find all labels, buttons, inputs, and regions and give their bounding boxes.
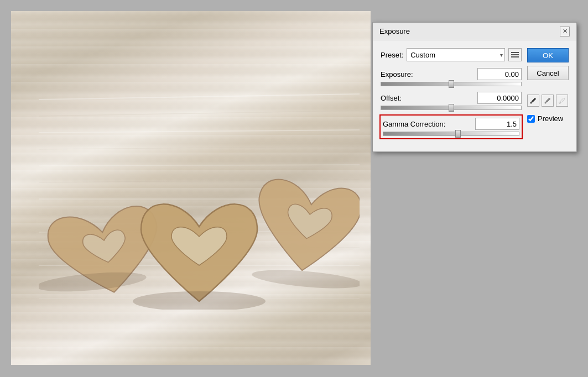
preset-label: Preset: bbox=[381, 51, 403, 59]
gray-eyedropper-icon bbox=[544, 97, 551, 104]
svg-point-21 bbox=[559, 102, 561, 104]
preset-menu-icon bbox=[511, 52, 519, 57]
black-eyedropper-button[interactable] bbox=[527, 95, 539, 107]
preview-checkbox[interactable] bbox=[527, 115, 535, 123]
eyedropper-row bbox=[527, 95, 569, 107]
offset-slider-track[interactable] bbox=[381, 106, 522, 110]
dialog-close-button[interactable]: ✕ bbox=[560, 27, 570, 36]
svg-line-5 bbox=[39, 180, 360, 182]
dialog-titlebar: Exposure ✕ bbox=[373, 23, 576, 40]
offset-input[interactable] bbox=[477, 92, 522, 104]
white-eyedropper-icon bbox=[558, 97, 566, 104]
svg-rect-16 bbox=[511, 52, 519, 53]
svg-rect-18 bbox=[511, 56, 519, 57]
preview-label: Preview bbox=[538, 114, 563, 123]
white-eyedropper-button[interactable] bbox=[556, 95, 568, 107]
exposure-dialog: Exposure ✕ Preset: Custom Default Minus … bbox=[372, 22, 577, 152]
cancel-button[interactable]: Cancel bbox=[527, 66, 569, 80]
gamma-label: Gamma Correction: bbox=[383, 120, 445, 128]
gamma-input[interactable] bbox=[475, 118, 519, 130]
svg-line-4 bbox=[39, 165, 360, 166]
svg-line-2 bbox=[39, 130, 360, 133]
svg-rect-17 bbox=[511, 54, 519, 55]
gamma-field-header: Gamma Correction: bbox=[383, 118, 519, 130]
exposure-label: Exposure: bbox=[381, 70, 413, 78]
ok-button[interactable]: OK bbox=[527, 48, 569, 62]
svg-point-14 bbox=[133, 291, 266, 310]
preset-row: Preset: Custom Default Minus 1.0 Minus 2… bbox=[381, 48, 522, 61]
svg-line-0 bbox=[39, 94, 360, 100]
hearts-svg bbox=[39, 88, 360, 310]
svg-line-3 bbox=[39, 146, 360, 149]
offset-slider-thumb[interactable] bbox=[449, 104, 454, 112]
exposure-input[interactable] bbox=[477, 68, 522, 80]
gamma-slider-track[interactable] bbox=[383, 132, 519, 136]
exposure-slider-track[interactable] bbox=[381, 82, 522, 86]
svg-point-19 bbox=[530, 102, 532, 104]
exposure-field-row: Exposure: bbox=[381, 68, 522, 86]
gray-eyedropper-button[interactable] bbox=[542, 95, 554, 107]
gamma-slider-thumb[interactable] bbox=[455, 130, 461, 138]
preset-select[interactable]: Custom Default Minus 1.0 Minus 2.0 Plus … bbox=[407, 48, 505, 61]
offset-field-header: Offset: bbox=[381, 92, 522, 104]
preset-select-wrapper: Custom Default Minus 1.0 Minus 2.0 Plus … bbox=[407, 48, 505, 61]
offset-field-row: Offset: bbox=[381, 92, 522, 110]
exposure-field-header: Exposure: bbox=[381, 68, 522, 80]
exposure-slider-thumb[interactable] bbox=[449, 80, 454, 88]
offset-label: Offset: bbox=[381, 94, 402, 102]
canvas-area bbox=[11, 11, 371, 365]
svg-point-15 bbox=[251, 266, 360, 291]
preview-row: Preview bbox=[527, 114, 569, 123]
hearts-container bbox=[39, 88, 360, 310]
preset-menu-button[interactable] bbox=[508, 48, 522, 61]
dialog-body: Preset: Custom Default Minus 1.0 Minus 2… bbox=[373, 40, 576, 151]
svg-point-20 bbox=[545, 102, 547, 104]
gamma-field-row: Gamma Correction: bbox=[379, 114, 523, 139]
dialog-right-panel: OK Cancel bbox=[527, 48, 569, 144]
black-eyedropper-icon bbox=[529, 97, 537, 104]
dialog-left-panel: Preset: Custom Default Minus 1.0 Minus 2… bbox=[381, 48, 522, 144]
dialog-title: Exposure bbox=[379, 27, 410, 35]
svg-line-1 bbox=[39, 111, 360, 116]
